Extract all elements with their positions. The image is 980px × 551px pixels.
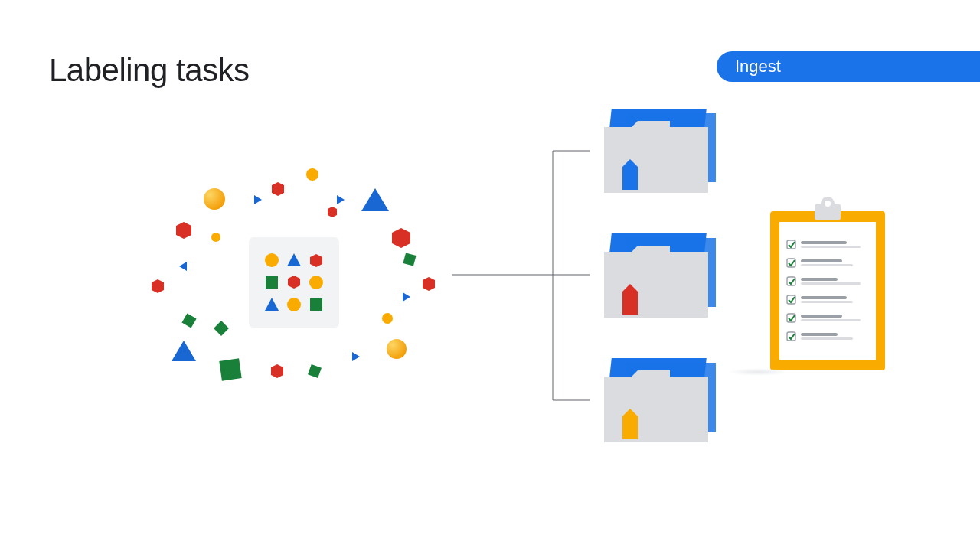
bracket-connector-icon [452,149,590,402]
slide-title: Labeling tasks [49,52,250,89]
stage-badge: Ingest [717,51,980,82]
svg-rect-69 [801,319,861,321]
svg-rect-21 [214,321,229,336]
svg-rect-56 [801,241,847,244]
svg-marker-3 [152,279,164,293]
svg-marker-18 [172,341,196,361]
svg-marker-14 [337,195,345,204]
scatter-cloud-illustration [145,161,452,390]
svg-marker-4 [423,277,435,291]
svg-rect-59 [801,259,842,262]
grid-card-illustration [249,237,339,328]
svg-point-54 [825,201,831,207]
svg-marker-16 [403,292,410,302]
svg-marker-25 [287,253,301,266]
svg-marker-13 [254,195,262,204]
svg-rect-22 [308,364,322,378]
svg-marker-30 [265,298,279,311]
svg-rect-23 [219,358,241,380]
svg-point-8 [204,188,225,210]
svg-point-31 [287,298,301,311]
svg-marker-28 [288,276,300,289]
svg-rect-65 [801,296,847,299]
svg-marker-0 [176,222,191,239]
svg-point-7 [306,168,318,181]
svg-rect-32 [310,298,322,311]
folder-icon [601,357,712,441]
svg-rect-20 [181,313,196,328]
clipboard-illustration [735,197,888,373]
svg-marker-12 [361,188,389,211]
svg-rect-27 [266,276,278,289]
grid-shapes-icon [249,237,339,328]
folder-icon [601,232,712,316]
svg-rect-19 [403,253,416,266]
svg-rect-71 [801,333,838,336]
svg-point-10 [382,313,393,324]
svg-rect-62 [801,278,838,281]
svg-marker-15 [179,262,187,271]
svg-rect-60 [801,264,853,266]
folder-icon [601,107,712,191]
svg-marker-48 [604,370,708,442]
svg-rect-72 [801,337,853,340]
svg-rect-63 [801,282,861,285]
svg-marker-40 [604,121,708,193]
svg-marker-1 [272,182,284,196]
svg-marker-26 [310,254,322,267]
svg-point-9 [211,233,220,242]
svg-point-24 [265,253,279,267]
svg-marker-2 [392,228,410,248]
folder-stack [601,107,712,481]
clipboard-icon [735,197,888,373]
svg-marker-5 [328,207,337,217]
clipboard-shadow-icon [727,368,789,376]
svg-marker-17 [352,352,360,361]
svg-marker-44 [604,246,708,318]
svg-marker-6 [271,364,283,378]
svg-point-11 [387,339,407,359]
svg-rect-57 [801,246,861,248]
svg-rect-68 [801,315,842,318]
svg-rect-66 [801,301,853,303]
svg-point-29 [309,276,323,289]
